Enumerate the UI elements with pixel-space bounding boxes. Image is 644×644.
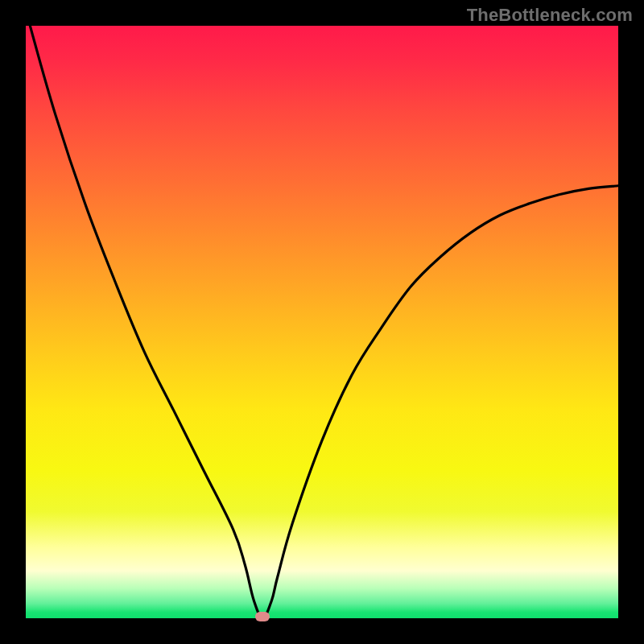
outer-frame: TheBottleneck.com bbox=[0, 0, 644, 644]
gradient-background bbox=[26, 26, 618, 618]
marker-pill bbox=[255, 612, 270, 621]
chart-svg bbox=[26, 26, 618, 618]
watermark-text: TheBottleneck.com bbox=[467, 5, 633, 26]
plot-area bbox=[26, 26, 618, 618]
